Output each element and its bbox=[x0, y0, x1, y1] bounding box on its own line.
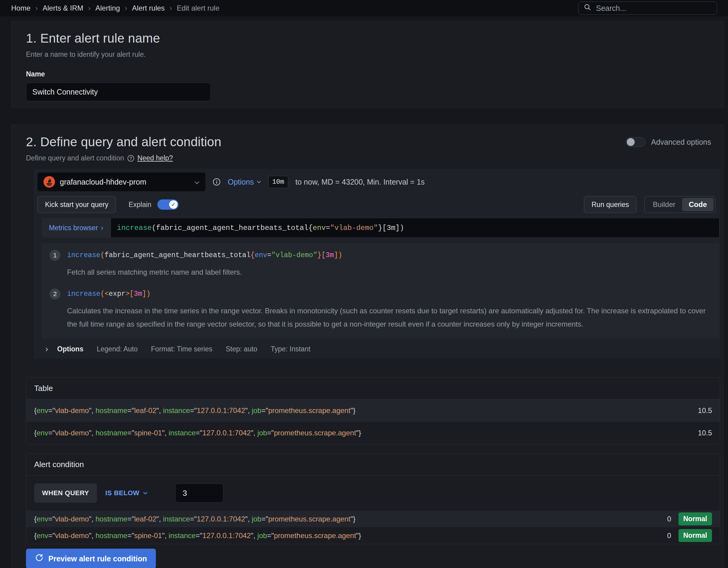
top-nav-bar: Home›Alerts & IRM›Alerting›Alert rules›E… bbox=[0, 0, 728, 16]
options-row-title: Options bbox=[57, 345, 83, 353]
table-panel-title: Table bbox=[26, 378, 720, 399]
chevron-down-icon bbox=[195, 178, 199, 186]
advanced-options-toggle[interactable] bbox=[626, 137, 646, 147]
query-options-row[interactable]: › Options Legend: Auto Format: Time seri… bbox=[45, 345, 717, 353]
series-value: 10.5 bbox=[698, 406, 712, 415]
table-row[interactable]: {env="vlab-demo", hostname="leaf-02", in… bbox=[26, 399, 720, 422]
svg-text:?: ? bbox=[129, 156, 132, 161]
step-number-badge: 2 bbox=[50, 289, 60, 299]
step-number-badge: 1 bbox=[50, 250, 60, 261]
breadcrumb-item[interactable]: Alerts & IRM bbox=[43, 4, 83, 12]
alert-condition-panel: Alert condition WHEN QUERY IS BELOW 3 {e… bbox=[26, 453, 720, 544]
series-labels: {env="vlab-demo", hostname="leaf-02", in… bbox=[34, 515, 356, 523]
breadcrumb-separator: › bbox=[125, 4, 127, 12]
run-queries-button[interactable]: Run queries bbox=[584, 196, 636, 213]
when-query-chip[interactable]: WHEN QUERY bbox=[34, 483, 97, 503]
step1-subtitle: Enter a name to identify your alert rule… bbox=[26, 50, 720, 59]
alert-result-row[interactable]: {env="vlab-demo", hostname="leaf-02", in… bbox=[26, 511, 720, 527]
table-results-panel: Table {env="vlab-demo", hostname="leaf-0… bbox=[26, 377, 720, 444]
threshold-input[interactable]: 3 bbox=[175, 483, 224, 503]
explain-step-2: 2 increase(<expr>[3m]) Calculates the in… bbox=[50, 289, 712, 331]
search-input[interactable]: Search... bbox=[578, 2, 717, 15]
preview-alert-rule-button[interactable]: Preview alert rule condition bbox=[26, 549, 156, 568]
chevron-right-icon: › bbox=[45, 345, 48, 353]
series-labels: {env="vlab-demo", hostname="leaf-02", in… bbox=[34, 406, 356, 415]
step-option: Step: auto bbox=[226, 345, 257, 353]
series-value: 0 bbox=[667, 531, 671, 540]
breadcrumb-item[interactable]: Alerting bbox=[95, 4, 120, 12]
step1-card: 1. Enter alert rule name Enter a name to… bbox=[11, 21, 724, 108]
series-labels: {env="vlab-demo", hostname="spine-01", i… bbox=[34, 531, 361, 540]
kick-start-query-button[interactable]: Kick start your query bbox=[37, 196, 116, 213]
breadcrumb-item: Edit alert rule bbox=[177, 4, 219, 12]
metrics-browser-button[interactable]: Metrics browser › bbox=[42, 218, 111, 238]
search-placeholder: Search... bbox=[596, 4, 626, 13]
datasource-name: grafanacloud-hhdev-prom bbox=[60, 178, 190, 186]
rule-name-input[interactable]: Switch Connectivity bbox=[26, 82, 211, 101]
promql-query-input[interactable]: increase(fabric_agent_agent_heartbeats_t… bbox=[111, 218, 720, 238]
explain-description-1: Fetch all series matching metric name an… bbox=[67, 266, 712, 279]
explain-block: 1 increase(fabric_agent_agent_heartbeats… bbox=[42, 243, 720, 339]
help-circle-icon: ? bbox=[127, 155, 134, 162]
need-help-link[interactable]: Need help? bbox=[137, 154, 173, 162]
explain-expression-1: increase(fabric_agent_agent_heartbeats_t… bbox=[67, 251, 342, 259]
search-icon bbox=[584, 4, 591, 13]
explain-description-2: Calculates the increase in the time seri… bbox=[67, 304, 712, 331]
time-range-badge[interactable]: 10m bbox=[268, 176, 288, 188]
step2-title: 2. Define query and alert condition bbox=[26, 135, 221, 149]
prometheus-icon bbox=[43, 176, 55, 188]
breadcrumb-item[interactable]: Home bbox=[11, 4, 31, 12]
breadcrumb-item[interactable]: Alert rules bbox=[132, 4, 165, 12]
query-options-dropdown[interactable]: Options bbox=[228, 178, 261, 186]
format-option: Format: Time series bbox=[151, 345, 212, 353]
breadcrumb-separator: › bbox=[88, 4, 91, 12]
refresh-icon bbox=[35, 553, 43, 564]
series-value: 10.5 bbox=[698, 429, 712, 437]
name-label: Name bbox=[26, 70, 720, 78]
toggle-knob bbox=[627, 138, 635, 146]
query-expression: increase(fabric_agent_agent_heartbeats_t… bbox=[117, 224, 404, 232]
state-badge: Normal bbox=[678, 512, 712, 525]
state-badge: Normal bbox=[678, 529, 712, 542]
explain-step-1: 1 increase(fabric_agent_agent_heartbeats… bbox=[50, 250, 712, 279]
datasource-picker[interactable]: grafanacloud-hhdev-prom bbox=[37, 173, 205, 191]
condition-operator-select[interactable]: IS BELOW bbox=[105, 489, 147, 497]
toggle-check-icon: ✓ bbox=[169, 200, 178, 209]
explain-label: Explain bbox=[129, 201, 151, 209]
step2-subtitle: Define query and alert condition bbox=[26, 154, 124, 162]
builder-code-segmented: Builder Code bbox=[644, 196, 715, 213]
step2-card: 2. Define query and alert condition Adva… bbox=[11, 125, 724, 568]
info-circle-icon[interactable] bbox=[213, 178, 221, 186]
legend-option: Legend: Auto bbox=[97, 345, 138, 353]
series-value: 0 bbox=[667, 515, 671, 523]
query-editor-panel: grafanacloud-hhdev-prom Options 10m to n… bbox=[34, 169, 720, 359]
table-row[interactable]: {env="vlab-demo", hostname="spine-01", i… bbox=[26, 422, 720, 444]
breadcrumb-separator: › bbox=[35, 4, 38, 12]
chevron-right-icon: › bbox=[101, 224, 103, 232]
step1-title: 1. Enter alert rule name bbox=[26, 31, 720, 46]
alert-condition-title: Alert condition bbox=[26, 454, 720, 476]
series-labels: {env="vlab-demo", hostname="spine-01", i… bbox=[34, 429, 361, 437]
alert-result-row[interactable]: {env="vlab-demo", hostname="spine-01", i… bbox=[26, 527, 720, 544]
breadcrumb-separator: › bbox=[169, 4, 172, 12]
breadcrumb: Home›Alerts & IRM›Alerting›Alert rules›E… bbox=[11, 4, 220, 12]
explain-expression-2: increase(<expr>[3m]) bbox=[67, 290, 150, 298]
builder-segment[interactable]: Builder bbox=[646, 200, 682, 209]
code-segment[interactable]: Code bbox=[682, 198, 714, 211]
advanced-options-label: Advanced options bbox=[651, 138, 711, 147]
type-option: Type: Instant bbox=[271, 345, 311, 353]
time-range-summary: to now, MD = 43200, Min. Interval = 1s bbox=[295, 178, 425, 186]
explain-toggle[interactable]: ✓ bbox=[157, 199, 179, 210]
rule-name-value: Switch Connectivity bbox=[32, 88, 98, 96]
